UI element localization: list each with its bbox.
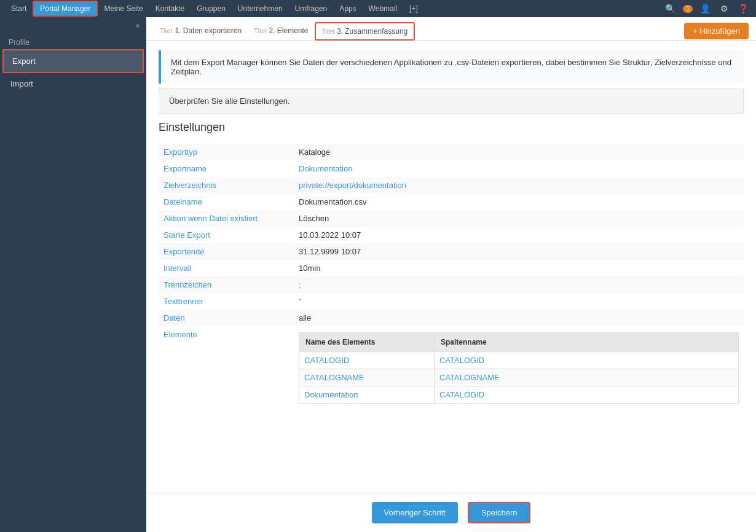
settings-label-dateiname: Dateiname	[159, 194, 294, 210]
nav-start[interactable]: Start	[5, 2, 33, 15]
tab-1-step-label: 1. Daten exportieren	[175, 26, 242, 35]
settings-value-exportende: 31.12.9999 10:07	[294, 243, 744, 260]
settings-table: Exporttyp Kataloge Exportname Dokumentat…	[159, 144, 744, 407]
settings-label-starte-export: Starte Export	[159, 227, 294, 243]
elements-table-header-name: Name des Elements	[299, 333, 435, 352]
sidebar-close-button[interactable]: ×	[0, 17, 146, 34]
sidebar-item-export[interactable]: Export	[2, 49, 144, 73]
tab-bar: Titel 1. Daten exportieren Titel 2. Elem…	[146, 17, 756, 41]
settings-value-starte-export: 10.03.2022 10:07	[294, 227, 744, 243]
settings-title: Einstellungen	[159, 121, 744, 134]
info-box: Mit dem Export Manager können Sie Daten …	[159, 50, 744, 84]
elements-table-header-column: Spaltenname	[435, 333, 739, 352]
notification-badge[interactable]: 1	[683, 5, 693, 13]
settings-value-daten: alle	[294, 310, 744, 326]
settings-label-exportname: Exportname	[159, 160, 294, 177]
nav-umfragen[interactable]: Umfragen	[289, 2, 334, 15]
settings-value-intervall: 10min	[294, 260, 744, 276]
settings-value-elemente: Name des Elements Spaltenname CATALOGID …	[294, 326, 744, 407]
add-button[interactable]: + Hinzufügen	[684, 23, 749, 39]
search-icon[interactable]: 🔍	[663, 2, 678, 15]
table-row: Zielverzeichnis private://export/dokumen…	[159, 177, 744, 194]
user-icon[interactable]: 👤	[698, 2, 713, 15]
tab-3-title-label: Titel	[322, 28, 334, 35]
settings-label-exporttyp: Exporttyp	[159, 144, 294, 160]
table-row: Elemente Name des Elements Spaltenname	[159, 326, 744, 407]
table-row: Dateiname Dokumentation.csv	[159, 194, 744, 210]
element-name-3: Dokumentation	[299, 386, 435, 404]
table-row: Exportname Dokumentation	[159, 160, 744, 177]
settings-value-texttrenner: "	[294, 293, 744, 310]
table-row: Intervall 10min	[159, 260, 744, 276]
sidebar-section-title: Profile	[0, 34, 146, 49]
nav-unternehmen[interactable]: Unternehmen	[232, 2, 289, 15]
list-item: CATALOGID CATALOGID	[299, 352, 739, 369]
elements-table: Name des Elements Spaltenname CATALOGID …	[299, 332, 739, 404]
settings-value-aktion: Löschen	[294, 210, 744, 227]
settings-value-dateiname: Dokumentation.csv	[294, 194, 744, 210]
table-row: Exporttyp Kataloge	[159, 144, 744, 160]
table-row: Texttrenner "	[159, 293, 744, 310]
table-row: Starte Export 10.03.2022 10:07	[159, 227, 744, 243]
settings-label-aktion: Aktion wenn Datei existiert	[159, 210, 294, 227]
prev-step-button[interactable]: Vorheriger Schritt	[372, 502, 458, 523]
content-area: Titel 1. Daten exportieren Titel 2. Elem…	[146, 17, 756, 532]
settings-section: Einstellungen Exporttyp Kataloge Exportn…	[159, 121, 744, 407]
settings-label-daten: Daten	[159, 310, 294, 326]
nav-webmail[interactable]: Webmail	[363, 2, 403, 15]
column-name-3: CATALOGID	[435, 386, 739, 404]
settings-value-zielverzeichnis: private://export/dokumentation	[294, 177, 744, 194]
tab-2-step-label: 2. Elemente	[269, 26, 308, 35]
help-icon[interactable]: ❓	[736, 2, 751, 15]
settings-value-exporttyp: Kataloge	[294, 144, 744, 160]
nav-gruppen[interactable]: Gruppen	[191, 2, 232, 15]
nav-apps[interactable]: Apps	[333, 2, 362, 15]
main-layout: × Profile Export Import Titel 1. Daten e…	[0, 17, 756, 532]
element-name-2: CATALOGNAME	[299, 369, 435, 386]
top-navigation: Start Portal Manager Meine Seite Kontakt…	[0, 0, 756, 17]
nav-portal-manager[interactable]: Portal Manager	[33, 1, 98, 17]
tab-3-step-label: 3. Zusammenfassung	[337, 27, 408, 36]
settings-value-trennzeichen: ;	[294, 276, 744, 293]
settings-label-intervall: Intervall	[159, 260, 294, 276]
save-button[interactable]: Speichern	[468, 502, 531, 523]
sidebar-item-import[interactable]: Import	[0, 73, 146, 95]
table-row: Aktion wenn Datei existiert Löschen	[159, 210, 744, 227]
column-name-1: CATALOGID	[435, 352, 739, 369]
review-box-text: Überprüfen Sie alle Einstellungen.	[169, 96, 290, 106]
table-row: Daten alle	[159, 310, 744, 326]
settings-label-texttrenner: Texttrenner	[159, 293, 294, 310]
column-name-2: CATALOGNAME	[435, 369, 739, 386]
tab-step-3[interactable]: Titel 3. Zusammenfassung	[315, 22, 415, 41]
settings-label-exportende: Exportende	[159, 243, 294, 260]
nav-kontakte[interactable]: Kontakte	[149, 2, 191, 15]
settings-label-trennzeichen: Trennzeichen	[159, 276, 294, 293]
settings-value-exportname: Dokumentation	[294, 160, 744, 177]
list-item: Dokumentation CATALOGID	[299, 386, 739, 404]
sidebar: × Profile Export Import	[0, 17, 146, 532]
table-row: Trennzeichen ;	[159, 276, 744, 293]
footer-bar: Vorheriger Schritt Speichern	[146, 493, 756, 532]
settings-icon[interactable]: ⚙	[718, 2, 731, 15]
settings-label-zielverzeichnis: Zielverzeichnis	[159, 177, 294, 194]
table-row: Exportende 31.12.9999 10:07	[159, 243, 744, 260]
element-name-1: CATALOGID	[299, 352, 435, 369]
info-box-text: Mit dem Export Manager können Sie Daten …	[171, 58, 731, 76]
nav-meine-seite[interactable]: Meine Seite	[98, 2, 149, 15]
nav-plus[interactable]: [+]	[403, 2, 424, 15]
tab-step-2[interactable]: Titel 2. Elemente	[248, 23, 314, 40]
content-scroll: Mit dem Export Manager können Sie Daten …	[146, 41, 756, 493]
review-box: Überprüfen Sie alle Einstellungen.	[159, 88, 744, 114]
settings-label-elemente: Elemente	[159, 326, 294, 407]
list-item: CATALOGNAME CATALOGNAME	[299, 369, 739, 386]
tab-2-title-label: Titel	[254, 27, 266, 34]
tab-step-1[interactable]: Titel 1. Daten exportieren	[154, 23, 248, 40]
tab-1-title-label: Titel	[160, 27, 172, 34]
top-nav-right: 🔍 1 👤 ⚙ ❓	[663, 2, 751, 15]
